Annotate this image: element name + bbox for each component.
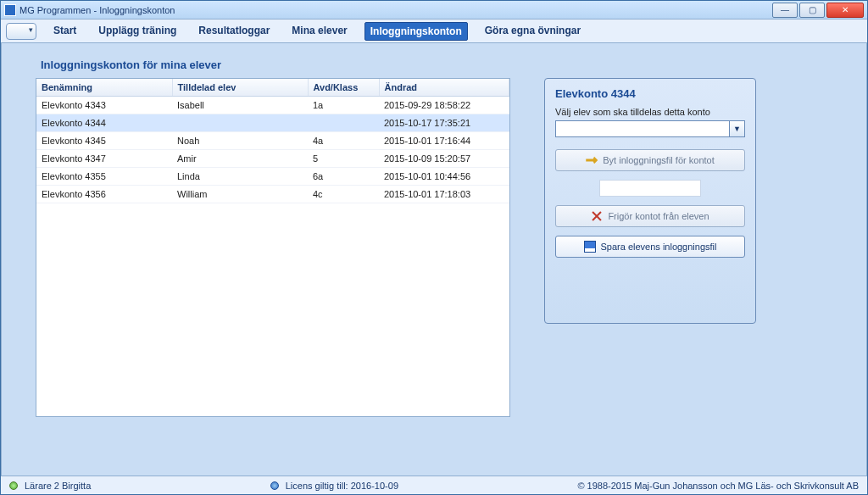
menu-item-uppl-gg-tr-ning[interactable]: Upplägg träning: [93, 22, 181, 41]
change-login-file-label: Byt inloggningsfil för kontot: [603, 155, 714, 165]
window-buttons: — ▢ ✕: [771, 3, 864, 18]
table-cell: [172, 114, 308, 132]
table-row[interactable]: Elevkonto 4355Linda6a2015-10-01 10:44:56: [36, 168, 509, 186]
table-cell: Elevkonto 4356: [36, 186, 172, 203]
blank-field: [599, 180, 701, 197]
licence-indicator-icon: [270, 481, 279, 490]
table-header[interactable]: Ändrad: [379, 79, 509, 97]
table-header[interactable]: Benämning: [36, 79, 172, 97]
table-cell: 2015-10-01 17:16:44: [379, 132, 509, 150]
status-licence: Licens giltig till: 2016-10-09: [286, 481, 398, 491]
key-icon: [586, 154, 598, 166]
table-row[interactable]: Elevkonto 4345Noah4a2015-10-01 17:16:44: [36, 132, 509, 150]
panel-instruction: Välj elev som ska tilldelas detta konto: [555, 107, 745, 117]
table-cell: Amir: [172, 150, 308, 168]
table-cell: Elevkonto 4344: [36, 114, 172, 132]
menu-item-g-ra-egna-vningar[interactable]: Göra egna övningar: [480, 22, 586, 41]
release-account-button: Frigör kontot från eleven: [555, 205, 745, 227]
account-detail-panel: Elevkonto 4344 Välj elev som ska tilldel…: [544, 78, 756, 324]
close-button[interactable]: ✕: [826, 3, 864, 18]
app-menu-orb[interactable]: [6, 23, 36, 40]
table-header[interactable]: Tilldelad elev: [172, 79, 308, 97]
table-cell: 4c: [308, 186, 379, 203]
accounts-table: BenämningTilldelad elevAvd/KlassÄndrad E…: [36, 78, 510, 417]
save-icon: [584, 241, 596, 253]
menubar: StartUpplägg träningResultatloggarMina e…: [1, 19, 867, 43]
table-cell: Elevkonto 4347: [36, 150, 172, 168]
status-indicator-icon: [9, 481, 18, 490]
table-cell: 2015-10-17 17:35:21: [379, 114, 509, 132]
save-login-file-label: Spara elevens inloggningsfil: [601, 242, 717, 252]
table-cell: 2015-09-29 18:58:22: [379, 97, 509, 114]
table-cell: Linda: [172, 168, 308, 186]
table-cell: 2015-10-01 17:18:03: [379, 186, 509, 203]
table-cell: 4a: [308, 132, 379, 150]
menu-item-mina-elever[interactable]: Mina elever: [287, 22, 352, 41]
table-row[interactable]: Elevkonto 43442015-10-17 17:35:21: [36, 114, 509, 132]
table-cell: Noah: [172, 132, 308, 150]
table-cell: Elevkonto 4343: [36, 97, 172, 114]
menu-item-resultatloggar[interactable]: Resultatloggar: [193, 22, 275, 41]
table-cell: 2015-10-09 15:20:57: [379, 150, 509, 168]
change-login-file-button: Byt inloggningsfil för kontot: [555, 149, 745, 171]
table-cell: William: [172, 186, 308, 203]
app-window: MG Programmen - Inloggningskonton — ▢ ✕ …: [0, 0, 868, 495]
table-cell: 5: [308, 150, 379, 168]
chevron-down-icon[interactable]: ▼: [730, 120, 745, 137]
table-cell: 6a: [308, 168, 379, 186]
table-row[interactable]: Elevkonto 4343Isabell1a2015-09-29 18:58:…: [36, 97, 509, 114]
minimize-button[interactable]: —: [772, 3, 798, 18]
table-cell: Isabell: [172, 97, 308, 114]
app-icon: [4, 4, 16, 16]
table-row[interactable]: Elevkonto 4347Amir52015-10-09 15:20:57: [36, 150, 509, 168]
table-cell: [308, 114, 379, 132]
table-body: Elevkonto 4343Isabell1a2015-09-29 18:58:…: [36, 97, 509, 203]
panel-title: Elevkonto 4344: [555, 87, 745, 100]
table-header-row: BenämningTilldelad elevAvd/KlassÄndrad: [36, 79, 509, 97]
release-account-label: Frigör kontot från eleven: [608, 211, 709, 221]
table-header[interactable]: Avd/Klass: [308, 79, 379, 97]
table-row[interactable]: Elevkonto 4356William4c2015-10-01 17:18:…: [36, 186, 509, 203]
page-heading: Inloggningskonton för mina elever: [41, 58, 832, 71]
student-dropdown[interactable]: ▼: [555, 120, 745, 137]
save-login-file-button[interactable]: Spara elevens inloggningsfil: [555, 236, 745, 258]
menu-item-inloggningskonton[interactable]: Inloggningskonton: [364, 22, 468, 41]
content-area: Inloggningskonton för mina elever Benämn…: [1, 43, 867, 476]
status-user: Lärare 2 Birgitta: [25, 481, 91, 491]
window-title: MG Programmen - Inloggningskonton: [19, 5, 175, 15]
titlebar: MG Programmen - Inloggningskonton — ▢ ✕: [1, 1, 867, 19]
delete-icon: [591, 210, 603, 222]
menu-items: StartUpplägg träningResultatloggarMina e…: [48, 22, 586, 41]
table-cell: 2015-10-01 10:44:56: [379, 168, 509, 186]
table-cell: 1a: [308, 97, 379, 114]
menu-item-start[interactable]: Start: [48, 22, 81, 41]
table-cell: Elevkonto 4345: [36, 132, 172, 150]
status-copyright: © 1988-2015 Maj-Gun Johansson och MG Läs…: [577, 481, 859, 491]
statusbar: Lärare 2 Birgitta Licens giltig till: 20…: [1, 476, 867, 494]
student-dropdown-input[interactable]: [555, 120, 730, 137]
maximize-button[interactable]: ▢: [799, 3, 825, 18]
table-cell: Elevkonto 4355: [36, 168, 172, 186]
